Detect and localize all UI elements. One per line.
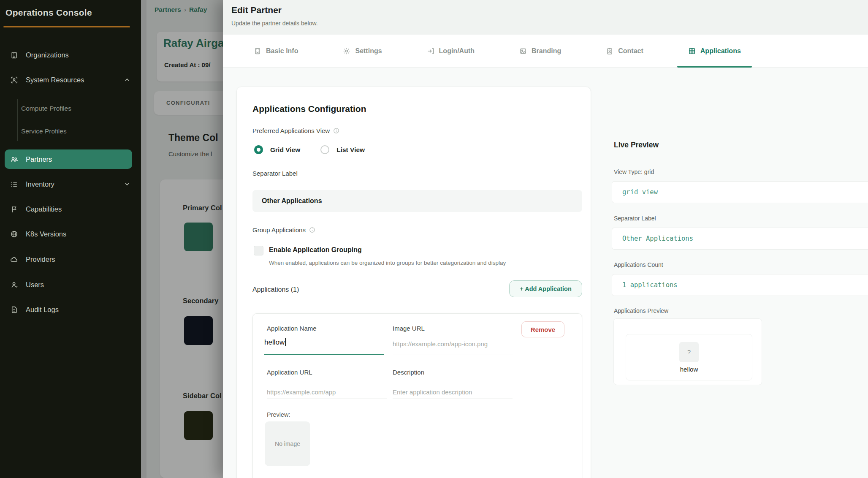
applications-preview-label: Applications Preview <box>614 307 668 314</box>
preview-separator-value: Other Applications <box>612 228 868 250</box>
sidebar-item-label: Users <box>26 281 44 289</box>
cloud-icon <box>10 255 18 263</box>
sidebar-item-label: Partners <box>26 155 52 163</box>
chevron-up-icon <box>124 77 130 83</box>
sidebar-item-label: System Resources <box>26 76 84 84</box>
application-entry-card: Application Name hellow Image URL https:… <box>252 313 582 478</box>
app-title: Operations Console <box>5 8 92 18</box>
application-url-label: Application URL <box>267 369 312 376</box>
background-page: Partners›Rafay Rafay Airga Created At : … <box>141 0 223 478</box>
info-icon[interactable] <box>333 128 339 134</box>
sidebar-item-system-resources[interactable]: System Resources <box>0 71 141 89</box>
enable-grouping-checkbox[interactable] <box>254 246 263 255</box>
section-title: Applications Configuration <box>252 104 366 114</box>
tab-label: Contact <box>618 47 643 55</box>
applications-configuration-section: Applications Configuration Preferred App… <box>236 87 591 478</box>
tab-label: Basic Info <box>266 47 298 55</box>
sidebar-title-underline <box>3 26 130 27</box>
sidebar-item-label: Audit Logs <box>26 306 59 314</box>
tab-branding[interactable]: Branding <box>519 35 561 68</box>
separator-label: Separator Label <box>252 170 298 177</box>
app-preview-name: hellow <box>680 366 698 373</box>
image-icon <box>519 47 527 55</box>
application-url-input[interactable]: https://example.com/app <box>267 388 336 396</box>
image-url-input[interactable]: https://example.com/app-icon.png <box>393 340 488 348</box>
chevron-down-icon <box>124 181 130 187</box>
sidebar-item-label: Service Profiles <box>21 128 67 135</box>
globe-icon <box>10 230 18 238</box>
sidebar-item-audit-logs[interactable]: Audit Logs <box>0 300 141 319</box>
document-icon <box>10 306 18 314</box>
sidebar-item-organizations[interactable]: Organizations <box>0 46 141 64</box>
list-icon <box>10 180 18 188</box>
sidebar: Operations Console Organizations System … <box>0 0 141 478</box>
edit-partner-drawer: Edit Partner Update the partner details … <box>223 0 868 478</box>
drawer-subtitle: Update the partner details below. <box>231 20 318 27</box>
grid-view-radio[interactable] <box>254 145 263 154</box>
remove-application-button[interactable]: Remove <box>521 321 564 337</box>
application-url-underline <box>267 399 387 399</box>
users-icon <box>10 155 18 163</box>
applications-count-value: 1 applications <box>612 274 868 296</box>
grid-icon <box>688 47 696 55</box>
user-icon <box>10 281 18 289</box>
applications-count-label: Applications (1) <box>252 286 299 293</box>
modal-dim-overlay[interactable] <box>141 0 223 478</box>
building-icon <box>10 51 18 59</box>
sidebar-item-compute-profiles[interactable]: Compute Profiles <box>0 100 141 117</box>
list-view-label: List View <box>336 146 365 154</box>
scan-user-icon <box>10 76 18 84</box>
drawer-header: Edit Partner Update the partner details … <box>223 0 868 35</box>
live-preview-title: Live Preview <box>614 141 659 149</box>
sidebar-item-label: Capabilities <box>26 205 62 213</box>
tab-login-auth[interactable]: Login/Auth <box>427 35 475 68</box>
app-image-placeholder-icon: ? <box>679 342 699 362</box>
sidebar-item-partners[interactable]: Partners <box>5 149 132 169</box>
flag-icon <box>10 205 18 213</box>
no-image-placeholder: No image <box>265 421 310 466</box>
enable-grouping-help: When enabled, applications can be organi… <box>269 260 506 266</box>
sidebar-item-label: K8s Versions <box>26 230 66 238</box>
list-view-radio[interactable] <box>320 145 329 154</box>
enable-grouping-label: Enable Application Grouping <box>269 246 362 254</box>
tab-label: Settings <box>355 47 382 55</box>
sidebar-item-inventory[interactable]: Inventory <box>0 175 141 193</box>
sidebar-item-users[interactable]: Users <box>0 275 141 294</box>
view-radio-group: Grid View List View <box>254 145 365 154</box>
tab-settings[interactable]: Settings <box>343 35 382 68</box>
application-name-label: Application Name <box>267 325 317 332</box>
application-name-underline <box>264 354 384 355</box>
image-url-label: Image URL <box>393 325 425 332</box>
grid-view-label: Grid View <box>270 146 300 154</box>
contact-card-icon <box>606 47 613 55</box>
tab-basic-info[interactable]: Basic Info <box>254 35 298 68</box>
sidebar-item-label: Inventory <box>26 180 54 188</box>
description-input[interactable]: Enter application description <box>393 388 472 396</box>
building-icon <box>254 47 261 55</box>
preview-separator-label: Separator Label <box>614 215 656 222</box>
sidebar-item-label: Compute Profiles <box>21 105 71 112</box>
drawer-tabs: Basic Info Settings Login/Auth Branding … <box>223 35 868 68</box>
applications-count-heading: Applications Count <box>614 261 663 268</box>
sidebar-item-service-profiles[interactable]: Service Profiles <box>0 123 141 140</box>
group-applications-label: Group Applications <box>252 226 315 234</box>
tab-label: Branding <box>532 47 561 55</box>
tab-label: Login/Auth <box>439 47 475 55</box>
application-name-input[interactable]: hellow <box>264 338 286 347</box>
applications-preview-panel: ? hellow <box>613 318 762 385</box>
preferred-view-label: Preferred Applications View <box>252 127 339 134</box>
image-url-underline <box>393 355 513 355</box>
sidebar-item-capabilities[interactable]: Capabilities <box>0 200 141 218</box>
view-type-value: grid view <box>612 181 868 203</box>
view-type-label: View Type: grid <box>614 168 654 175</box>
gear-icon <box>343 47 350 55</box>
info-icon[interactable] <box>309 227 315 233</box>
add-application-button[interactable]: + Add Application <box>509 280 582 297</box>
tab-applications[interactable]: Applications <box>688 35 741 68</box>
sidebar-item-k8s-versions[interactable]: K8s Versions <box>0 225 141 243</box>
separator-input[interactable]: Other Applications <box>252 190 582 212</box>
tab-contact[interactable]: Contact <box>606 35 643 68</box>
tab-label: Applications <box>700 47 741 55</box>
sidebar-item-providers[interactable]: Providers <box>0 250 141 269</box>
sidebar-item-label: Organizations <box>26 51 69 59</box>
